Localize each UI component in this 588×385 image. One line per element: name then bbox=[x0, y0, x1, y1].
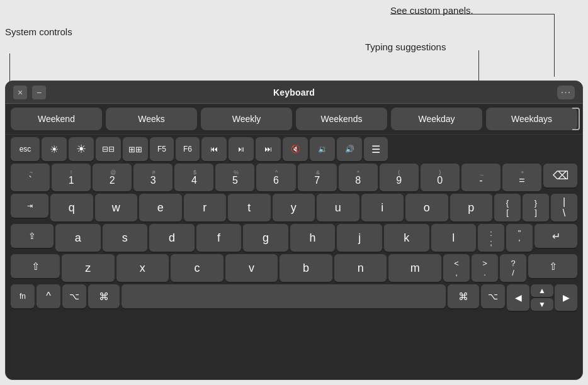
key-arrow-up[interactable]: ▲ bbox=[531, 284, 553, 297]
key-m[interactable]: m bbox=[388, 254, 441, 282]
key-play-pause[interactable]: ⏯ bbox=[229, 137, 254, 161]
key-f5[interactable]: F5 bbox=[150, 137, 174, 161]
key-4[interactable]: $ 4 bbox=[174, 164, 213, 191]
key-v[interactable]: v bbox=[225, 254, 278, 282]
typing-suggestions-label: Typing suggestions bbox=[365, 42, 446, 52]
key-brightness-up[interactable]: ☀ bbox=[69, 137, 94, 161]
key-8[interactable]: * 8 bbox=[339, 164, 378, 191]
key-vol-up[interactable]: 🔊 bbox=[337, 137, 362, 161]
key-mission-control[interactable]: ⊟⊟ bbox=[96, 137, 121, 161]
key-3[interactable]: # 3 bbox=[133, 164, 172, 191]
key-fast-forward[interactable]: ⏭ bbox=[256, 137, 281, 161]
key-vol-down[interactable]: 🔉 bbox=[310, 137, 335, 161]
key-6[interactable]: ^ 6 bbox=[256, 164, 295, 191]
key-ctrl[interactable]: ^ bbox=[37, 284, 60, 308]
key-rewind[interactable]: ⏮ bbox=[201, 137, 227, 161]
num-row: ~ ` ! 1 @ 2 # 3 $ 4 bbox=[6, 162, 582, 192]
window-title: Keyboard bbox=[273, 87, 315, 98]
key-z[interactable]: z bbox=[62, 254, 115, 282]
key-backslash[interactable]: |\ bbox=[551, 194, 577, 221]
key-i[interactable]: i bbox=[361, 194, 404, 221]
key-caps-lock[interactable]: ⇪ bbox=[11, 224, 54, 248]
key-launchpad[interactable]: ⊞⊞ bbox=[123, 137, 148, 161]
key-period[interactable]: >. bbox=[472, 254, 498, 282]
key-u[interactable]: u bbox=[317, 194, 359, 221]
arrow-cluster: ◀ ▲ ▼ ▶ bbox=[507, 284, 577, 311]
bottom-row: fn ^ ⌥ ⌘ ⌘ ⌥ ◀ ▲ ▼ ▶ bbox=[6, 283, 582, 312]
key-p[interactable]: p bbox=[450, 194, 493, 221]
key-y[interactable]: y bbox=[273, 194, 315, 221]
key-esc[interactable]: esc bbox=[11, 137, 40, 161]
suggestion-weekly[interactable]: Weekly bbox=[201, 108, 292, 130]
suggestion-weekday[interactable]: Weekday bbox=[391, 108, 482, 130]
key-cmd-left[interactable]: ⌘ bbox=[88, 284, 120, 308]
key-minus[interactable]: _ - bbox=[461, 164, 500, 191]
key-e[interactable]: e bbox=[139, 194, 182, 221]
key-mute[interactable]: 🔇 bbox=[283, 137, 308, 161]
key-7[interactable]: & 7 bbox=[298, 164, 337, 191]
see-custom-panels-line bbox=[554, 14, 555, 77]
key-q[interactable]: q bbox=[50, 194, 93, 221]
qwerty-row: ⇥ q w e r t y u i o p {[ }] |\ bbox=[6, 192, 582, 223]
key-a[interactable]: a bbox=[55, 224, 101, 252]
title-bar-controls: × − bbox=[13, 86, 46, 99]
key-c[interactable]: c bbox=[171, 254, 223, 282]
key-cmd-right[interactable]: ⌘ bbox=[448, 284, 479, 308]
minimize-button[interactable]: − bbox=[32, 86, 46, 99]
asdf-row: ⇪ a s d f g h j k l :; "' ↵ bbox=[6, 223, 582, 253]
key-open-bracket[interactable]: {[ bbox=[494, 194, 521, 221]
zxcv-row: ⇧ z x c v b n m <, >. ?/ ⇧ bbox=[6, 253, 582, 283]
key-2[interactable]: @ 2 bbox=[93, 164, 132, 191]
key-close-bracket[interactable]: }] bbox=[523, 194, 549, 221]
close-button[interactable]: × bbox=[13, 86, 27, 99]
key-f6[interactable]: F6 bbox=[176, 137, 200, 161]
suggestion-weeks[interactable]: Weeks bbox=[106, 108, 197, 130]
key-shift-right[interactable]: ⇧ bbox=[528, 254, 577, 278]
key-t[interactable]: t bbox=[228, 194, 271, 221]
see-custom-panels-hline bbox=[390, 14, 555, 14]
suggestion-weekdays[interactable]: Weekdays bbox=[486, 108, 577, 130]
key-tab[interactable]: ⇥ bbox=[11, 194, 48, 218]
key-backspace[interactable]: ⌫ bbox=[543, 164, 577, 187]
key-x[interactable]: x bbox=[116, 254, 169, 282]
key-h[interactable]: h bbox=[290, 224, 336, 252]
key-comma[interactable]: <, bbox=[443, 254, 470, 282]
key-opt-right[interactable]: ⌥ bbox=[481, 284, 505, 308]
suggestion-weekends[interactable]: Weekends bbox=[296, 108, 387, 130]
key-opt-left[interactable]: ⌥ bbox=[62, 284, 86, 308]
key-s[interactable]: s bbox=[103, 224, 148, 252]
key-d[interactable]: d bbox=[149, 224, 195, 252]
key-semicolon[interactable]: :; bbox=[478, 224, 504, 252]
key-r[interactable]: r bbox=[184, 194, 227, 221]
key-5[interactable]: % 5 bbox=[215, 164, 254, 191]
key-k[interactable]: k bbox=[384, 224, 429, 252]
key-enter[interactable]: ↵ bbox=[534, 224, 577, 248]
key-slash[interactable]: ?/ bbox=[500, 254, 526, 282]
key-o[interactable]: o bbox=[405, 194, 448, 221]
key-b[interactable]: b bbox=[280, 254, 332, 282]
key-quote[interactable]: "' bbox=[506, 224, 533, 252]
key-fn[interactable]: fn bbox=[11, 284, 35, 308]
more-button[interactable]: ··· bbox=[557, 86, 575, 99]
key-9[interactable]: ( 9 bbox=[380, 164, 419, 191]
key-l[interactable]: l bbox=[431, 224, 477, 252]
suggestion-weekend[interactable]: Weekend bbox=[11, 108, 102, 130]
key-0[interactable]: ) 0 bbox=[421, 164, 460, 191]
key-w[interactable]: w bbox=[95, 194, 138, 221]
key-arrow-down[interactable]: ▼ bbox=[531, 298, 553, 311]
fn-row: esc ☀ ☀ ⊟⊟ ⊞⊞ F5 F6 ⏮ ⏯ ⏭ 🔇 🔉 🔊 ☰ bbox=[6, 135, 582, 162]
key-n[interactable]: n bbox=[334, 254, 387, 282]
key-j[interactable]: j bbox=[337, 224, 382, 252]
key-arrow-left[interactable]: ◀ bbox=[507, 284, 529, 311]
key-1[interactable]: ! 1 bbox=[52, 164, 91, 191]
key-g[interactable]: g bbox=[243, 224, 288, 252]
key-arrow-right[interactable]: ▶ bbox=[555, 284, 577, 311]
key-shift-left[interactable]: ⇧ bbox=[11, 254, 60, 278]
key-space[interactable] bbox=[122, 284, 446, 308]
key-tilde[interactable]: ~ ` bbox=[11, 164, 50, 191]
key-menu[interactable]: ☰ bbox=[364, 137, 388, 161]
key-equals[interactable]: + = bbox=[502, 164, 541, 191]
key-f[interactable]: f bbox=[196, 224, 242, 252]
key-brightness-down[interactable]: ☀ bbox=[42, 137, 67, 161]
keyboard-window: × − Keyboard ··· Weekend Weeks Weekly We… bbox=[5, 81, 583, 380]
